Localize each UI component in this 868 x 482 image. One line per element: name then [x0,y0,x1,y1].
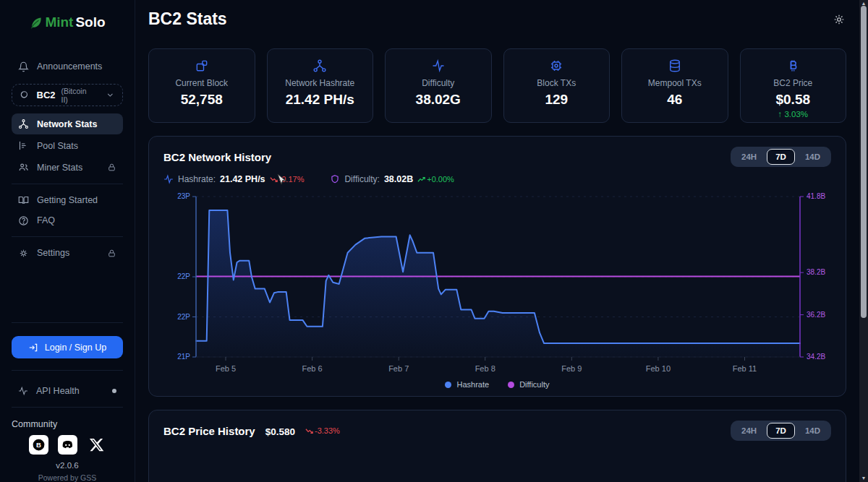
sidebar-item-pool-stats[interactable]: Pool Stats [12,135,123,156]
svg-text:21P: 21P [177,353,190,361]
nav-label: Network Stats [37,119,97,129]
login-signup-button[interactable]: Login / Sign Up [12,336,123,358]
page-scrollbar[interactable]: ▲ ▼ [859,0,868,482]
network-history-title: BC2 Network History [163,151,271,163]
network-icon [18,119,29,129]
svg-text:41.8B: 41.8B [807,192,825,200]
bell-icon [18,61,29,72]
gear-icon [18,248,29,259]
blog-icon[interactable]: B [29,435,48,455]
nav-label: Pool Stats [37,141,78,151]
scrollbar-thumb[interactable] [861,6,867,318]
stat-value: 129 [504,92,610,108]
svg-text:Feb 9: Feb 9 [561,364,582,373]
svg-text:Feb 5: Feb 5 [216,364,236,373]
stat-cards-row: Current Block 52,758 Network Hashrate 21… [148,48,846,123]
nav-label: Miner Stats [37,163,82,173]
coin-name: (Bitcoin II) [61,87,95,104]
stat-card-network-hashrate: Network Hashrate 21.42 PH/s [267,48,374,123]
network-history-chart[interactable]: 23P22P22P21P41.8B38.2B36.2B34.2BFeb 5Feb… [163,189,833,380]
shield-icon [330,174,340,184]
discord-icon[interactable] [58,435,77,455]
divider [12,236,123,237]
sidebar-item-network-stats[interactable]: Network Stats [12,113,123,134]
sidebar-item-miner-stats[interactable]: Miner Stats [12,157,123,178]
hashrate-inline-stat: Hashrate: 21.42 PH/s -0.17% [163,174,304,184]
range-24h-button[interactable]: 24H [733,149,765,165]
network-history-panel: BC2 Network History 24H 7D 14D Hashrate:… [148,136,846,397]
page-title: BC2 Stats [148,9,227,29]
stat-value: 46 [622,92,728,108]
difficulty-value: 38.02B [384,174,413,184]
stat-label: BC2 Price [741,78,846,88]
svg-text:B: B [36,441,41,449]
stat-value: 38.02G [386,92,491,108]
svg-text:Feb 11: Feb 11 [733,364,757,373]
price-history-panel: BC2 Price History $0.580 -3.33% 24H 7D 1… [148,410,846,482]
price-range-toggle: 24H 7D 14D [731,421,831,441]
coin-symbol: BC2 [37,90,56,100]
api-health-row[interactable]: API Health [12,381,123,401]
nav-label: Getting Started [37,195,98,205]
blocks-icon [195,59,209,73]
hashrate-label: Hashrate: [178,174,216,184]
price-range-7d-button[interactable]: 7D [767,423,795,439]
svg-text:Feb 8: Feb 8 [475,364,495,373]
activity-icon [431,59,446,73]
brand-solo: Solo [75,14,105,30]
legend-item-hashrate[interactable]: Hashrate [445,380,489,389]
divider [12,322,123,323]
trending-up-icon [417,176,425,184]
price-delta: ↑ 3.03% [741,110,846,119]
sidebar-item-settings[interactable]: Settings [12,243,123,263]
stat-value: 21.42 PH/s [268,92,373,108]
theme-toggle-button[interactable] [832,12,846,27]
svg-text:23P: 23P [177,192,190,200]
chart-legend: Hashrate Difficulty [163,380,831,389]
social-links: B [12,435,123,455]
chip-icon [549,59,563,73]
coin-selector[interactable]: BC2 (Bitcoin II) [12,84,123,106]
divider [12,370,123,371]
scrollbar-down-arrow[interactable]: ▼ [859,475,868,481]
stat-card-mempool-txs: Mempool TXs 46 [621,48,728,123]
hashrate-legend-dot [445,382,451,388]
difficulty-legend-dot [508,382,514,388]
range-14d-button[interactable]: 14D [796,149,829,165]
version-label: v2.0.6 [12,461,123,470]
price-range-24h-button[interactable]: 24H [733,423,765,439]
login-label: Login / Sign Up [45,343,106,353]
x-twitter-icon[interactable] [87,435,106,455]
network-icon [312,59,327,73]
stat-card-current-block: Current Block 52,758 [148,48,255,123]
legend-item-difficulty[interactable]: Difficulty [508,380,549,389]
hashrate-value: 21.42 PH/s [220,174,265,184]
stat-label: Difficulty [386,78,491,88]
svg-text:22P: 22P [177,272,190,280]
difficulty-inline-stat: Difficulty: 38.02B +0.00% [330,174,454,184]
hashrate-delta: -0.17% [270,175,305,184]
nav-label: FAQ [37,215,55,225]
stat-card-difficulty: Difficulty 38.02G [385,48,492,123]
lock-icon [107,163,116,172]
stat-label: Block TXs [504,78,610,88]
pulse-icon [163,174,174,184]
range-7d-button[interactable]: 7D [767,149,795,165]
network-chart[interactable]: 23P22P22P21P41.8B38.2B36.2B34.2BFeb 5Feb… [163,189,831,380]
svg-text:Feb 6: Feb 6 [302,364,323,373]
announcements-label: Announcements [37,61,102,72]
sidebar-item-faq[interactable]: FAQ [12,210,123,231]
brand-mint: Mint [45,14,73,30]
sidebar-item-announcements[interactable]: Announcements [12,56,123,77]
sidebar-item-getting-started[interactable]: Getting Started [12,190,123,210]
miners-icon [18,162,29,173]
svg-text:34.2B: 34.2B [807,353,825,361]
chevron-down-icon [106,90,115,100]
bitcoin-icon [786,59,800,73]
stat-value: $0.58 [741,92,846,108]
stat-label: Network Hashrate [268,78,373,88]
stat-label: Mempool TXs [622,78,728,88]
powered-by-label: Powered by GSS [12,473,123,482]
price-range-14d-button[interactable]: 14D [796,423,829,439]
lock-icon [107,249,116,258]
